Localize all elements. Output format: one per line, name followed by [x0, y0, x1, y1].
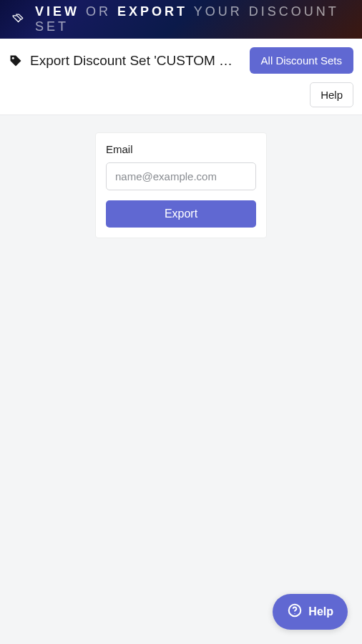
export-button[interactable]: Export: [106, 200, 256, 228]
svg-point-1: [12, 57, 14, 59]
help-row: Help: [0, 79, 362, 115]
header-row: Export Discount Set 'CUSTOM DIS... All D…: [0, 39, 362, 79]
page-title: Export Discount Set 'CUSTOM DIS...: [30, 53, 243, 69]
all-discount-sets-button[interactable]: All Discount Sets: [250, 47, 353, 74]
email-label: Email: [106, 143, 256, 155]
tag-icon: [9, 54, 23, 68]
export-card: Email Export: [95, 132, 267, 238]
svg-point-0: [14, 16, 16, 17]
svg-point-3: [295, 613, 295, 614]
email-field[interactable]: [106, 162, 256, 190]
help-button[interactable]: Help: [310, 82, 353, 107]
banner: View or Export your discount set: [0, 0, 362, 39]
help-widget[interactable]: Help: [273, 594, 348, 630]
banner-tail: your discount set: [35, 4, 338, 34]
tags-icon: [11, 11, 26, 27]
banner-or: or: [86, 4, 111, 19]
banner-text: View or Export your discount set: [35, 4, 362, 34]
banner-word-export: Export: [117, 4, 187, 19]
main: Email Export: [0, 115, 362, 238]
help-widget-label: Help: [308, 605, 333, 618]
banner-word-view: View: [35, 4, 79, 19]
help-circle-icon: [287, 602, 303, 621]
